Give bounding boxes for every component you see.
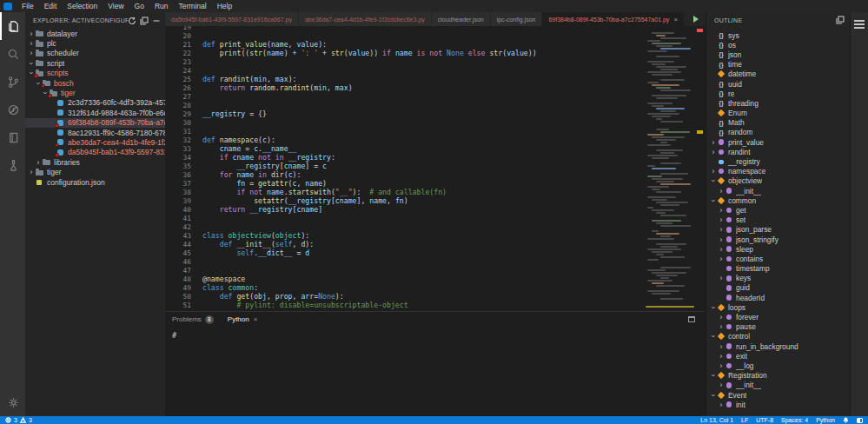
source-control-icon[interactable] <box>0 68 25 96</box>
outline-item-print-value[interactable]: ›print_value <box>706 137 850 147</box>
code-line-40[interactable]: 40 return __registry[cname] <box>165 205 646 214</box>
line-number[interactable]: 45 <box>165 249 191 257</box>
line-number[interactable]: 40 <box>165 206 191 214</box>
line-number[interactable]: 44 <box>165 241 191 248</box>
outline-item-common[interactable]: ›common <box>706 195 850 205</box>
line-number[interactable]: 49 <box>165 284 191 292</box>
menu-file[interactable]: File <box>17 0 39 12</box>
tree-item-libraries[interactable]: ›libraries <box>25 157 165 167</box>
outline-item-os[interactable]: {}os <box>706 40 850 50</box>
outline-item-run-in-background[interactable]: ›run_in_background <box>706 341 850 351</box>
code-line-38[interactable]: 38 if not name.startswith("__"): # and c… <box>165 188 646 196</box>
outline-item-math[interactable]: {}Math <box>706 118 850 128</box>
outline-item-set[interactable]: ›set <box>706 215 850 225</box>
outline-item-time[interactable]: {}time <box>706 60 850 70</box>
tree-item-tiger[interactable]: ›tiger <box>25 167 165 176</box>
layout-icon[interactable] <box>857 418 863 423</box>
refresh-icon[interactable] <box>128 17 136 25</box>
outline-item-datetime[interactable]: datetime <box>706 70 850 79</box>
tab-da5b945f-bab1-43f9-5597-831e[interactable]: da5b945f-bab1-43f9-5597-831e916ca667.py <box>165 12 299 26</box>
line-number[interactable]: 42 <box>165 223 191 231</box>
line-number[interactable]: 22 <box>165 50 191 57</box>
outline-item-get[interactable]: ›get <box>706 205 850 215</box>
tree-item-8ac12931-ff9c-4586-7180-678a[interactable]: 8ac12931-ff9c-4586-7180-678a6a75b74... <box>25 128 165 137</box>
tree-item-da5b945f-bab1-43f9-5597-831e[interactable]: da5b945f-bab1-43f9-5597-831e916ca66... <box>25 148 165 157</box>
tree-item-2c3d7336-60fc-4df3-392a-4579[interactable]: 2c3d7336-60fc-4df3-392a-45798ba045d... <box>25 98 165 108</box>
code-line-44[interactable]: 44 def __init__(self, d): <box>165 240 646 248</box>
line-number[interactable]: 24 <box>165 67 191 75</box>
outline-item-keys[interactable]: ›keys <box>706 274 850 283</box>
collapse-all-icon[interactable] <box>836 16 845 24</box>
minimap[interactable] <box>646 26 694 311</box>
line-number[interactable]: 28 <box>165 102 191 109</box>
line-number[interactable]: 43 <box>165 232 191 240</box>
outline-item-guid[interactable]: guid <box>706 283 850 293</box>
status-utf-8[interactable]: UTF-8 <box>756 417 773 423</box>
tab-cloudheader-json[interactable]: cloudheader.json <box>432 12 491 26</box>
tree-item-abe36da7-cea4-4d1b-4fe9-1f2c[interactable]: abe36da7-cea4-4d1b-4fe9-1f2cdcbec6e... <box>25 137 165 147</box>
run-debug-icon[interactable] <box>0 96 25 123</box>
outline-item-threading[interactable]: {}threading <box>706 98 850 108</box>
tree-item-312f614d-9884-463a-7f0b-e6da[interactable]: 312f614d-9884-463a-7f0b-e6da9060bdc... <box>25 108 165 117</box>
code-line-43[interactable]: 43class objectview(object): <box>165 231 646 240</box>
line-number[interactable]: 25 <box>165 76 191 83</box>
menu-selection[interactable]: Selection <box>62 0 103 12</box>
code-line-30[interactable]: 30 <box>165 118 646 127</box>
line-number[interactable]: 39 <box>165 197 191 205</box>
outline-item-re[interactable]: {}re <box>706 89 850 98</box>
code-line-50[interactable]: 50 def get(obj, prop, arr=None): <box>165 292 646 301</box>
code-line-48[interactable]: 48@namespace <box>165 275 646 283</box>
outline-item-init[interactable]: ›__init__ <box>706 186 850 195</box>
tree-item-tiger[interactable]: ›tiger <box>25 88 165 97</box>
tree-item-69f384b8-089f-453b-70ba-a7c2[interactable]: 69f384b8-089f-453b-70ba-a7c275547a0... <box>25 118 165 128</box>
code-line-25[interactable]: 25def randint(min, max): <box>165 75 646 83</box>
code-line-24[interactable]: 24 <box>165 66 646 75</box>
tree-item-configuration-json[interactable]: configuration.json <box>25 177 165 187</box>
line-number[interactable]: 41 <box>165 215 191 222</box>
collapse-folders-icon[interactable] <box>140 17 149 25</box>
status-lf[interactable]: LF <box>741 417 748 423</box>
tree-item-scripts[interactable]: ›scripts <box>25 69 165 78</box>
line-number[interactable]: 20 <box>165 32 191 40</box>
problems-summary[interactable]: 3 3 <box>5 417 32 423</box>
menu-go[interactable]: Go <box>129 0 149 12</box>
terminal-output[interactable]: # <box>165 327 706 416</box>
outline-item-event[interactable]: ›Event <box>706 390 850 400</box>
code-line-20[interactable]: 20 <box>165 31 646 40</box>
outline-item-enum[interactable]: Enum <box>706 109 850 118</box>
search-icon[interactable] <box>0 40 25 68</box>
outline-item-timestamp[interactable]: timestamp <box>706 264 850 274</box>
outline-item-init[interactable]: ›__init__ <box>706 381 850 390</box>
line-number[interactable]: 26 <box>165 84 191 92</box>
status-python[interactable]: Python <box>816 417 835 423</box>
book-icon[interactable] <box>0 123 25 151</box>
code-line-29[interactable]: 29__registry = {} <box>165 109 646 118</box>
hide-sidebar-icon[interactable] <box>152 17 161 25</box>
code-line-36[interactable]: 36 for name in dir(c): <box>165 170 646 179</box>
code-line-33[interactable]: 33 cname = c.__name__ <box>165 144 646 153</box>
code-line-51[interactable]: 51 # pylint: disable=unsubscriptable-obj… <box>165 301 646 309</box>
tree-item-scheduler[interactable]: ›scheduler <box>25 49 165 58</box>
line-number[interactable]: 50 <box>165 293 191 301</box>
tree-item-script[interactable]: ›script <box>25 58 165 68</box>
line-number[interactable]: 32 <box>165 136 191 144</box>
outline-item-headerid[interactable]: headerId <box>706 293 850 302</box>
outline-item-pause[interactable]: ›pause <box>706 322 850 332</box>
outline-item-random[interactable]: {}random <box>706 128 850 137</box>
code-line-49[interactable]: 49class common: <box>165 283 646 292</box>
close-tab-icon[interactable]: × <box>673 16 678 23</box>
run-python-file-button[interactable] <box>686 12 706 26</box>
line-number[interactable]: 21 <box>165 41 191 49</box>
outline-item-contains[interactable]: ›contains <box>706 254 850 263</box>
code-line-27[interactable]: 27 <box>165 92 646 101</box>
code-line-35[interactable]: 35 __registry[cname] = c <box>165 162 646 170</box>
status-ln-13-col-1[interactable]: Ln 13, Col 1 <box>700 417 733 423</box>
outline-item-exit[interactable]: ›exit <box>706 351 850 361</box>
line-number[interactable]: 36 <box>165 171 191 179</box>
maximize-panel-icon[interactable] <box>688 316 695 322</box>
app-logo-icon[interactable] <box>3 3 12 10</box>
line-number[interactable]: 47 <box>165 267 191 275</box>
tree-item-bosch[interactable]: ›bosch <box>25 78 165 88</box>
tree-item-plc[interactable]: ›plc <box>25 38 165 48</box>
panel-tab-problems[interactable]: Problems8 <box>172 315 214 324</box>
